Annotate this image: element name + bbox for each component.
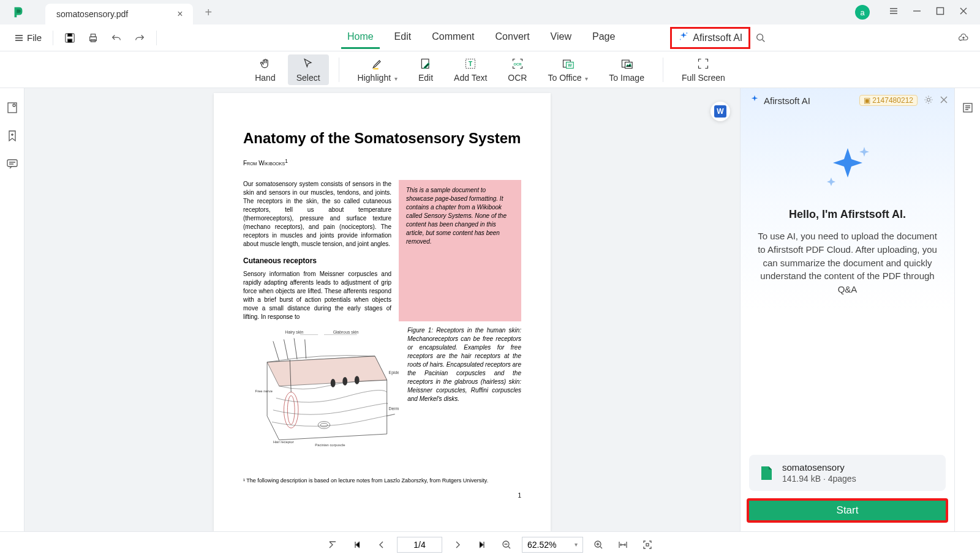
svg-line-24 bbox=[284, 340, 288, 360]
select-tool-button[interactable]: Select bbox=[288, 54, 329, 85]
svg-line-26 bbox=[305, 340, 306, 359]
ai-tab-label: Afirstsoft AI bbox=[693, 32, 742, 43]
to-office-tool-button[interactable]: W To Office ▾ bbox=[539, 54, 597, 85]
cloud-upload-icon[interactable] bbox=[958, 32, 969, 43]
tab-close-icon[interactable]: × bbox=[177, 9, 183, 20]
tab-add-button[interactable]: + bbox=[205, 6, 213, 20]
page-number: 1 bbox=[243, 492, 521, 499]
footnote: ¹ The following description is based on … bbox=[243, 477, 521, 484]
menu-tab-convert[interactable]: Convert bbox=[489, 26, 536, 49]
ai-panel-title: Afirstsoft AI bbox=[764, 95, 810, 106]
chevron-down-icon: ▾ bbox=[585, 75, 588, 82]
undo-icon[interactable] bbox=[111, 32, 122, 43]
ai-file-name: somatosensory bbox=[782, 462, 937, 473]
hand-tool-button[interactable]: Hand bbox=[246, 54, 284, 85]
first-page-button[interactable] bbox=[348, 536, 366, 554]
file-menu-label: File bbox=[27, 32, 42, 43]
start-button-label: Start bbox=[837, 504, 859, 517]
full-screen-icon bbox=[697, 57, 709, 70]
ai-id-chip[interactable]: ▣ 2147480212 bbox=[859, 95, 918, 106]
close-icon[interactable] bbox=[959, 7, 968, 18]
zoom-in-icon[interactable] bbox=[589, 536, 608, 554]
first-page-icon[interactable] bbox=[323, 536, 342, 554]
comment-panel-icon[interactable] bbox=[6, 158, 18, 173]
next-page-button[interactable] bbox=[448, 536, 467, 554]
svg-line-23 bbox=[273, 342, 279, 361]
svg-point-7 bbox=[757, 34, 763, 40]
svg-point-31 bbox=[342, 377, 347, 386]
tool-label: To Office ▾ bbox=[548, 73, 588, 83]
thumbnail-icon[interactable] bbox=[6, 102, 18, 116]
svg-text:Glabrous skin: Glabrous skin bbox=[333, 330, 359, 334]
tool-label: Edit bbox=[418, 73, 433, 83]
pdf-file-icon bbox=[758, 465, 775, 482]
properties-panel-icon[interactable] bbox=[962, 102, 974, 116]
gear-icon[interactable] bbox=[924, 95, 933, 107]
file-menu[interactable]: File bbox=[9, 30, 48, 45]
add-text-tool-button[interactable]: T Add Text bbox=[445, 54, 496, 85]
start-button[interactable]: Start bbox=[747, 498, 948, 523]
sparkle-large-icon bbox=[820, 143, 875, 195]
minimize-icon[interactable] bbox=[913, 7, 921, 18]
app-logo-icon bbox=[10, 4, 27, 21]
svg-rect-44 bbox=[646, 544, 649, 546]
tool-label: Highlight ▾ bbox=[358, 73, 398, 83]
afirstsoft-ai-tab[interactable]: Afirstsoft AI bbox=[670, 27, 750, 49]
svg-point-18 bbox=[13, 104, 15, 107]
menu-tab-home[interactable]: Home bbox=[341, 26, 380, 49]
zoom-value: 62.52% bbox=[527, 540, 556, 550]
hamburger-menu-icon[interactable] bbox=[889, 7, 898, 18]
svg-text:Epidermis: Epidermis bbox=[389, 370, 399, 375]
svg-text:W: W bbox=[568, 63, 573, 67]
word-export-floating-icon[interactable]: W bbox=[710, 102, 730, 121]
page-input[interactable] bbox=[397, 537, 442, 553]
svg-point-5 bbox=[686, 32, 687, 33]
fit-page-icon[interactable] bbox=[638, 536, 657, 554]
tool-label: Hand bbox=[255, 73, 275, 83]
tool-label: OCR bbox=[508, 73, 527, 83]
menu-tab-view[interactable]: View bbox=[545, 26, 578, 49]
search-icon[interactable] bbox=[755, 32, 766, 43]
menu-tab-label: Home bbox=[347, 31, 374, 42]
fit-width-icon[interactable] bbox=[614, 536, 632, 554]
document-tab[interactable]: somatosensory.pdf × bbox=[45, 4, 193, 24]
tool-label: To Image bbox=[609, 73, 644, 83]
menu-tab-label: Edit bbox=[394, 31, 412, 42]
cursor-icon bbox=[302, 57, 314, 70]
save-icon[interactable] bbox=[64, 32, 75, 43]
svg-point-32 bbox=[355, 376, 360, 384]
menu-tab-comment[interactable]: Comment bbox=[426, 26, 480, 49]
zoom-out-icon[interactable] bbox=[497, 536, 516, 554]
ocr-tool-button[interactable]: OCR OCR bbox=[499, 54, 535, 85]
bookmark-icon[interactable] bbox=[6, 130, 18, 144]
menu-tab-label: Comment bbox=[432, 31, 474, 42]
callout-box: This is a sample document to showcase pa… bbox=[399, 180, 521, 321]
figure-caption: Figure 1: Receptors in the human skin: M… bbox=[407, 326, 521, 460]
last-page-button[interactable] bbox=[473, 536, 491, 554]
svg-text:Pacinian corpuscle: Pacinian corpuscle bbox=[315, 443, 345, 447]
svg-text:Free nerve: Free nerve bbox=[255, 389, 273, 393]
maximize-icon[interactable] bbox=[936, 7, 944, 18]
close-ai-panel-icon[interactable] bbox=[940, 95, 948, 106]
user-avatar[interactable]: a bbox=[855, 5, 870, 20]
edit-tool-button[interactable]: Edit bbox=[410, 54, 442, 85]
highlight-tool-button[interactable]: Highlight ▾ bbox=[349, 54, 406, 85]
ai-file-meta: 141.94 kB · 4pages bbox=[782, 474, 937, 484]
section-heading: Cutaneous receptors bbox=[243, 256, 391, 266]
zoom-select[interactable]: 62.52%▾ bbox=[522, 537, 583, 553]
document-viewport[interactable]: W Anatomy of the Somatosensory System Fr… bbox=[24, 88, 740, 531]
to-image-tool-button[interactable]: To Image bbox=[600, 54, 653, 85]
svg-point-6 bbox=[680, 39, 681, 40]
menu-tab-label: View bbox=[551, 31, 571, 42]
ai-file-card: somatosensory 141.94 kB · 4pages bbox=[749, 455, 946, 491]
redo-icon[interactable] bbox=[134, 32, 145, 43]
svg-rect-0 bbox=[937, 8, 944, 15]
full-screen-tool-button[interactable]: Full Screen bbox=[673, 54, 734, 85]
menu-tab-edit[interactable]: Edit bbox=[388, 26, 418, 49]
svg-point-30 bbox=[331, 379, 336, 387]
print-icon[interactable] bbox=[88, 32, 99, 43]
svg-text:Hair receptor: Hair receptor bbox=[273, 440, 294, 444]
menu-tab-page[interactable]: Page bbox=[586, 26, 621, 49]
figure-skin-receptors: Hairy skin Glabrous skin bbox=[243, 326, 399, 460]
prev-page-button[interactable] bbox=[372, 536, 391, 554]
